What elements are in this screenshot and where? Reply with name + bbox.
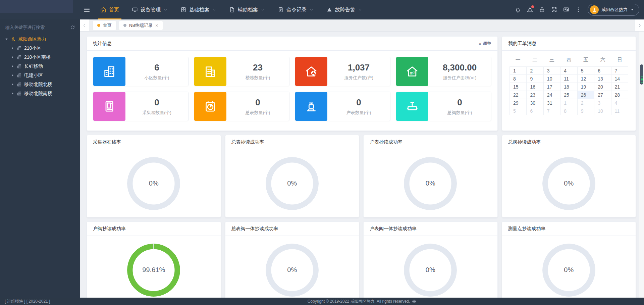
calendar-day[interactable]: 12 xyxy=(578,75,594,83)
calendar-day[interactable]: 11 xyxy=(560,75,577,83)
building-icon xyxy=(17,91,22,96)
log-monitor-button[interactable] xyxy=(560,4,572,16)
calendar-day[interactable]: 4 xyxy=(560,67,577,75)
calendar-day[interactable]: 20 xyxy=(594,83,611,91)
lock-screen-button[interactable] xyxy=(536,4,548,16)
search-input[interactable] xyxy=(5,25,70,30)
adjust-link[interactable]: » 调整 xyxy=(479,41,491,47)
calendar-day[interactable]: 16 xyxy=(527,83,543,91)
calendar-weekday: 六 xyxy=(594,57,611,66)
calendar-day[interactable]: 10 xyxy=(594,107,611,115)
calendar-day[interactable]: 5 xyxy=(578,67,594,75)
calendar-day[interactable]: 19 xyxy=(578,83,594,91)
calendar-day[interactable]: 7 xyxy=(611,67,628,75)
more-button[interactable] xyxy=(572,4,584,16)
user-menu[interactable]: 咸阳西区热力 xyxy=(588,4,639,16)
chevron-down-icon xyxy=(358,8,362,12)
tree-node[interactable]: 长虹移动 xyxy=(0,62,80,71)
calendar-day[interactable]: 25 xyxy=(560,91,577,99)
calendar-day[interactable]: 10 xyxy=(544,75,560,83)
globe-icon[interactable] xyxy=(412,299,416,304)
alarm-warning-button[interactable] xyxy=(524,4,536,16)
calendar-day[interactable]: 13 xyxy=(594,75,611,83)
gauge-body: 0% xyxy=(502,149,636,217)
nav-menu-item[interactable]: 基础档案 xyxy=(174,0,223,19)
gauge-body: 0% xyxy=(225,149,359,217)
nav-menu-item[interactable]: 辅助档案 xyxy=(223,0,271,19)
notifications-button[interactable] xyxy=(512,4,524,16)
tab-label: NB终端记录 xyxy=(129,22,153,29)
nav-menu-item[interactable]: 首页 xyxy=(94,0,125,19)
tree-node[interactable]: 210小区南楼 xyxy=(0,53,80,62)
refresh-button[interactable] xyxy=(70,25,75,30)
calendar-day[interactable]: 17 xyxy=(544,83,560,91)
calendar-day[interactable]: 1 xyxy=(560,99,577,107)
gauge-title: 户阀抄读成功率 xyxy=(93,226,126,232)
fullscreen-button[interactable] xyxy=(548,4,560,16)
calendar-day[interactable]: 30 xyxy=(527,99,543,107)
calendar-day[interactable]: 2 xyxy=(578,99,594,107)
chevron-right-icon xyxy=(637,23,642,28)
caret-collapsed-icon xyxy=(11,83,14,86)
tree-root-node[interactable]: 咸阳西区热力 xyxy=(0,35,80,44)
calendar-day[interactable]: 1 xyxy=(510,67,527,75)
gauge-panel: 总阀抄读成功率 0% xyxy=(502,135,636,217)
calendar-day[interactable]: 4 xyxy=(611,99,628,107)
calendar-day[interactable]: 31 xyxy=(544,99,560,107)
calendar-day[interactable]: 22 xyxy=(510,91,527,99)
nav-menu-item[interactable]: 设备管理 xyxy=(125,0,174,19)
svg-text:m²: m² xyxy=(410,71,415,75)
gauge-panel-header: 户表阀一体抄读成功率 xyxy=(364,222,497,236)
adjust-link-label: 调整 xyxy=(483,41,491,47)
nav-menu-item[interactable]: 故障告警 xyxy=(320,0,369,19)
calendar-day[interactable]: 8 xyxy=(560,107,577,115)
calendar-day[interactable]: 23 xyxy=(527,91,543,99)
main-menu: 首页 设备管理 基础档案 xyxy=(94,0,369,19)
calendar-day[interactable]: 9 xyxy=(527,75,543,83)
calendar-day[interactable]: 8 xyxy=(510,75,527,83)
calendar-day[interactable]: 2 xyxy=(527,67,543,75)
calendar-day[interactable]: 9 xyxy=(578,107,594,115)
caret-down-icon xyxy=(630,8,634,12)
stat-card-label: 楼栋数量(个) xyxy=(246,75,270,81)
workorder-panel-header: 我的工单消息 xyxy=(502,37,636,51)
calendar-day[interactable]: 24 xyxy=(544,91,560,99)
calendar-day[interactable]: 7 xyxy=(544,107,560,115)
scrollbar-thumb[interactable] xyxy=(640,64,643,85)
lock-icon xyxy=(539,6,545,13)
calendar-day[interactable]: 3 xyxy=(594,99,611,107)
calendar-day[interactable]: 18 xyxy=(560,83,577,91)
calendar-day[interactable]: 29 xyxy=(510,99,527,107)
tab[interactable]: NB终端记录 × xyxy=(119,21,163,30)
caret-collapsed-icon xyxy=(11,64,14,68)
building-icon xyxy=(17,46,22,51)
footer-copyright-wrap: Copyright © 2019-2022 咸阳西区热力. All rights… xyxy=(80,298,644,305)
sidebar-toggle-button[interactable] xyxy=(80,0,94,19)
close-icon[interactable]: × xyxy=(155,23,158,28)
statistics-panel-header: 统计信息 » 调整 xyxy=(87,37,497,51)
calendar-day[interactable]: 5 xyxy=(510,107,527,115)
sidebar: 咸阳西区热力 210小区 210小区南楼 xyxy=(0,19,80,298)
tree-node[interactable]: 210小区 xyxy=(0,44,80,53)
tabs-scroll-left-button[interactable] xyxy=(80,19,89,31)
calendar-day[interactable]: 11 xyxy=(611,107,628,115)
tree-node[interactable]: 移动北院南楼 xyxy=(0,89,80,98)
calendar-day[interactable]: 6 xyxy=(594,67,611,75)
calendar-day[interactable]: 21 xyxy=(611,83,628,91)
top-navbar: 首页 设备管理 基础档案 xyxy=(0,0,644,19)
calendar-day[interactable]: 27 xyxy=(594,91,611,99)
calendar-day[interactable]: 28 xyxy=(611,91,628,99)
tree-node[interactable]: 移动北院北楼 xyxy=(0,80,80,89)
gauge-body: 99.61% xyxy=(87,236,221,298)
stat-card: 23 楼栋数量(个) xyxy=(194,57,289,86)
tree-node[interactable]: 电建小区 xyxy=(0,71,80,80)
calendar-day[interactable]: 26 xyxy=(578,91,594,99)
calendar-day[interactable]: 6 xyxy=(527,107,543,115)
tab[interactable]: 首页 × xyxy=(93,21,116,30)
calendar-day[interactable]: 3 xyxy=(544,67,560,75)
tabs-scroll-right-button[interactable] xyxy=(635,19,644,31)
nav-menu-item[interactable]: 命令记录 xyxy=(271,0,320,19)
calendar-day[interactable]: 15 xyxy=(510,83,527,91)
calendar-day[interactable]: 14 xyxy=(611,75,628,83)
panel-title: 我的工单消息 xyxy=(508,41,536,47)
